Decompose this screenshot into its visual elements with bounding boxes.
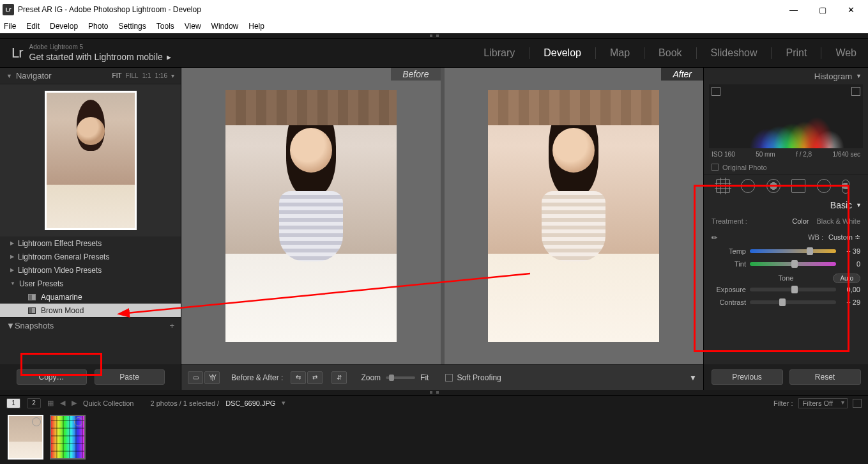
- redeye-tool-icon[interactable]: [766, 179, 780, 193]
- shadow-clipping-indicator[interactable]: [712, 87, 720, 96]
- main-display-button[interactable]: 1: [6, 398, 20, 408]
- preset-item-aquamarine[interactable]: Aquamarine: [0, 290, 181, 304]
- module-map[interactable]: Map: [610, 47, 630, 59]
- module-book[interactable]: Book: [659, 47, 681, 59]
- second-display-button[interactable]: 2: [27, 398, 41, 408]
- treatment-color-button[interactable]: Color: [792, 217, 809, 225]
- module-print[interactable]: Print: [786, 47, 807, 59]
- triangle-down-icon: ▼: [856, 73, 862, 79]
- navigator-preview[interactable]: [0, 84, 181, 236]
- exposure-slider[interactable]: [750, 288, 836, 291]
- zoom-fill[interactable]: FILL: [126, 72, 139, 79]
- preset-group[interactable]: ▶Lightroom General Presets: [0, 250, 181, 263]
- grid-icon[interactable]: ▦: [47, 399, 54, 407]
- nav-fwd-icon[interactable]: ▶: [72, 399, 77, 407]
- toolbar-menu-button[interactable]: ▼: [689, 373, 697, 382]
- tint-label: Tint: [712, 260, 746, 268]
- reset-button[interactable]: Reset: [789, 369, 861, 385]
- spot-removal-tool-icon[interactable]: [741, 179, 755, 193]
- close-button[interactable]: ✕: [837, 0, 865, 19]
- app-icon: Lr: [3, 4, 14, 15]
- add-snapshot-button[interactable]: +: [169, 321, 174, 330]
- shutter-readout: 1/640 sec: [833, 151, 860, 158]
- previous-button[interactable]: Previous: [712, 369, 783, 385]
- snapshots-header[interactable]: ▼ Snapshots +: [0, 317, 181, 334]
- menu-settings[interactable]: Settings: [118, 22, 146, 31]
- temp-value[interactable]: + 39: [840, 247, 860, 255]
- zoom-fit[interactable]: FIT: [112, 72, 122, 79]
- filter-lock-icon[interactable]: [853, 399, 862, 408]
- collection-label[interactable]: Quick Collection: [83, 399, 133, 407]
- module-slideshow[interactable]: Slideshow: [711, 47, 758, 59]
- nav-back-icon[interactable]: ◀: [60, 399, 65, 407]
- tint-slider[interactable]: [750, 262, 836, 266]
- menu-view[interactable]: View: [185, 22, 201, 31]
- module-picker-bar: Lr Adobe Lightroom 5 Get started with Li…: [0, 38, 868, 68]
- menu-photo[interactable]: Photo: [88, 22, 108, 31]
- preset-group-user[interactable]: ▼User Presets: [0, 277, 181, 290]
- graduated-filter-tool-icon[interactable]: [791, 179, 805, 193]
- menu-window[interactable]: Window: [211, 22, 239, 31]
- paste-button[interactable]: Paste: [95, 369, 165, 385]
- zoom-ratio[interactable]: 1:16: [155, 72, 167, 79]
- wb-dropper-icon[interactable]: ✎: [710, 230, 724, 245]
- thumbnail[interactable]: [50, 415, 86, 460]
- before-photo[interactable]: [225, 90, 397, 342]
- identity-line2[interactable]: Get started with Lightroom mobile: [29, 51, 163, 63]
- before-pane: Before: [181, 68, 441, 364]
- chevron-down-icon[interactable]: ▾: [282, 399, 286, 407]
- copy-before-to-after-button[interactable]: ⇄: [307, 371, 323, 384]
- exposure-value[interactable]: 0,00: [840, 286, 860, 293]
- treatment-bw-button[interactable]: Black & White: [817, 217, 860, 225]
- wb-dropdown[interactable]: Custom ≑: [828, 233, 860, 242]
- original-photo-row[interactable]: Original Photo: [704, 160, 868, 174]
- loupe-view-button[interactable]: ▭: [188, 371, 203, 384]
- menu-help[interactable]: Help: [248, 22, 264, 31]
- maximize-button[interactable]: ▢: [808, 0, 837, 19]
- module-develop[interactable]: Develop: [544, 47, 581, 59]
- module-web[interactable]: Web: [835, 47, 857, 59]
- bottom-panel-grip[interactable]: [0, 390, 868, 395]
- preset-group[interactable]: ▶Lightroom Video Presets: [0, 263, 181, 277]
- top-panel-grip[interactable]: [0, 33, 868, 38]
- tint-value[interactable]: 0: [840, 260, 860, 268]
- navigator-header[interactable]: ▼ Navigator FIT FILL 1:1 1:16 ▾: [0, 68, 181, 84]
- zoom-slider[interactable]: [386, 376, 415, 379]
- aperture-readout: f / 2,8: [796, 151, 812, 158]
- minimize-button[interactable]: —: [779, 0, 808, 19]
- contrast-value[interactable]: − 29: [840, 298, 860, 306]
- radial-filter-tool-icon[interactable]: [817, 179, 831, 193]
- thumb-badge-icon: [74, 417, 83, 426]
- module-library[interactable]: Library: [483, 47, 515, 59]
- contrast-slider[interactable]: [750, 300, 836, 304]
- crop-tool-icon[interactable]: [716, 179, 730, 193]
- preset-group[interactable]: ▶Lightroom Effect Presets: [0, 236, 181, 250]
- basic-panel-header[interactable]: Basic ▼: [704, 197, 868, 213]
- preset-item-brown-mood[interactable]: Brown Mood: [0, 304, 181, 317]
- temp-slider[interactable]: [750, 249, 836, 253]
- filter-dropdown[interactable]: Filters Off: [798, 398, 848, 408]
- thumbnail-selected[interactable]: [8, 415, 43, 460]
- original-photo-checkbox[interactable]: [712, 164, 719, 171]
- chevron-down-icon[interactable]: ▾: [171, 72, 174, 79]
- soft-proofing-checkbox[interactable]: [445, 374, 453, 382]
- histogram-header[interactable]: Histogram ▼: [704, 68, 868, 84]
- zoom-1to1[interactable]: 1:1: [142, 72, 151, 79]
- preset-icon: [28, 307, 36, 314]
- menu-tools[interactable]: Tools: [156, 22, 174, 31]
- histogram[interactable]: [709, 84, 863, 148]
- after-photo[interactable]: [488, 90, 659, 342]
- menu-develop[interactable]: Develop: [50, 22, 78, 31]
- adjustment-brush-tool-icon[interactable]: [842, 183, 856, 189]
- presets-panel: ▶Lightroom Effect Presets ▶Lightroom Gen…: [0, 236, 181, 317]
- copy-settings-button[interactable]: ⇵: [331, 371, 347, 384]
- filmstrip[interactable]: [0, 410, 868, 464]
- basic-title: Basic: [830, 200, 852, 210]
- before-after-view-button[interactable]: Y|Y: [204, 371, 220, 384]
- menu-file[interactable]: File: [4, 22, 16, 31]
- menu-edit[interactable]: Edit: [26, 22, 40, 31]
- copy-button[interactable]: Copy…: [17, 369, 87, 385]
- auto-tone-button[interactable]: Auto: [833, 274, 860, 283]
- highlight-clipping-indicator[interactable]: [851, 87, 860, 96]
- swap-before-after-button[interactable]: ⇆: [291, 371, 306, 384]
